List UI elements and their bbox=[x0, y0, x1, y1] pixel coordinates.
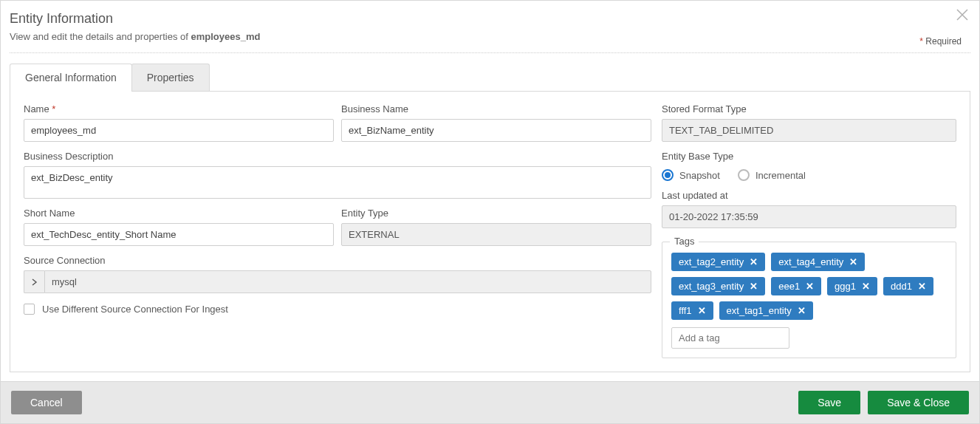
header-divider bbox=[10, 52, 970, 53]
dialog-title: Entity Information bbox=[10, 11, 967, 27]
radio-snapshot[interactable]: Snapshot bbox=[662, 169, 720, 181]
tag-label: ggg1 bbox=[835, 281, 856, 292]
right-column: Stored Format Type TEXT_TAB_DELIMITED En… bbox=[662, 103, 956, 358]
business-description-input[interactable] bbox=[24, 166, 651, 199]
close-icon[interactable] bbox=[956, 8, 969, 24]
tag-remove-icon[interactable]: ✕ bbox=[698, 305, 706, 316]
required-indicator: * Required bbox=[919, 36, 962, 47]
radio-icon bbox=[738, 169, 750, 181]
left-middle-columns: Name * Business Name Business Descriptio… bbox=[24, 103, 651, 358]
tag-chip: ext_tag4_entity✕ bbox=[771, 253, 865, 271]
entity-type-value: EXTERNAL bbox=[341, 223, 651, 246]
tag-label: ext_tag2_entity bbox=[679, 256, 744, 267]
add-tag-input[interactable] bbox=[671, 327, 789, 349]
tag-remove-icon[interactable]: ✕ bbox=[750, 256, 758, 267]
dialog-header: Entity Information View and edit the det… bbox=[1, 1, 979, 49]
use-different-source-checkbox-row[interactable]: Use Different Source Connection For Inge… bbox=[24, 304, 651, 315]
tag-label: ddd1 bbox=[891, 281, 912, 292]
stored-format-type-value: TEXT_TAB_DELIMITED bbox=[662, 119, 956, 142]
tag-remove-icon[interactable]: ✕ bbox=[918, 281, 926, 292]
tag-remove-icon[interactable]: ✕ bbox=[849, 256, 857, 267]
use-different-source-label: Use Different Source Connection For Inge… bbox=[42, 304, 228, 315]
general-info-panel: Name * Business Name Business Descriptio… bbox=[10, 91, 970, 372]
radio-incremental[interactable]: Incremental bbox=[738, 169, 806, 181]
name-input[interactable] bbox=[24, 119, 334, 142]
dialog-subtitle: View and edit the details and properties… bbox=[10, 31, 967, 42]
business-description-label: Business Description bbox=[24, 151, 651, 162]
tag-chip: ext_tag3_entity✕ bbox=[671, 277, 765, 295]
tag-chip: ddd1✕ bbox=[883, 277, 933, 295]
tag-chip: eee1✕ bbox=[771, 277, 821, 295]
entity-information-dialog: Entity Information View and edit the det… bbox=[0, 0, 980, 424]
tag-remove-icon[interactable]: ✕ bbox=[862, 281, 870, 292]
tags-legend: Tags bbox=[670, 236, 699, 247]
tag-label: ext_tag3_entity bbox=[679, 281, 744, 292]
tag-label: fff1 bbox=[679, 305, 692, 316]
entity-base-type-label: Entity Base Type bbox=[662, 151, 956, 162]
tags-fieldset: Tags ext_tag2_entity✕ext_tag4_entity✕ext… bbox=[662, 242, 956, 358]
save-button[interactable]: Save bbox=[798, 391, 860, 414]
tag-label: ext_tag4_entity bbox=[778, 256, 843, 267]
source-connection-field: mysql bbox=[24, 270, 651, 293]
tag-list: ext_tag2_entity✕ext_tag4_entity✕ext_tag3… bbox=[671, 253, 947, 320]
tabs: General Information Properties bbox=[10, 64, 970, 91]
tag-label: ext_tag1_entity bbox=[727, 305, 792, 316]
tag-chip: fff1✕ bbox=[671, 301, 713, 320]
stored-format-type-label: Stored Format Type bbox=[662, 103, 956, 114]
dialog-footer: Cancel Save Save & Close bbox=[1, 381, 979, 423]
checkbox-icon[interactable] bbox=[24, 304, 35, 315]
last-updated-label: Last updated at bbox=[662, 190, 956, 201]
source-connection-label: Source Connection bbox=[24, 255, 651, 266]
save-and-close-button[interactable]: Save & Close bbox=[868, 391, 969, 414]
tag-remove-icon[interactable]: ✕ bbox=[798, 305, 806, 316]
tab-properties[interactable]: Properties bbox=[131, 64, 210, 91]
tag-remove-icon[interactable]: ✕ bbox=[806, 281, 814, 292]
radio-icon bbox=[662, 169, 674, 181]
business-name-input[interactable] bbox=[341, 119, 651, 142]
last-updated-value: 01-20-2022 17:35:59 bbox=[662, 205, 956, 228]
short-name-label: Short Name bbox=[24, 208, 334, 219]
tag-chip: ggg1✕ bbox=[827, 277, 877, 295]
name-label: Name * bbox=[24, 103, 334, 114]
tag-chip: ext_tag1_entity✕ bbox=[719, 301, 813, 320]
tag-chip: ext_tag2_entity✕ bbox=[671, 253, 765, 271]
business-name-label: Business Name bbox=[341, 103, 651, 114]
short-name-input[interactable] bbox=[24, 223, 334, 246]
cancel-button[interactable]: Cancel bbox=[11, 391, 82, 414]
source-connection-value: mysql bbox=[44, 270, 651, 293]
tag-label: eee1 bbox=[778, 281, 800, 292]
tag-remove-icon[interactable]: ✕ bbox=[750, 281, 758, 292]
entity-type-label: Entity Type bbox=[341, 208, 651, 219]
tab-general-information[interactable]: General Information bbox=[10, 64, 132, 91]
chevron-right-icon bbox=[32, 278, 38, 286]
content-area: General Information Properties Name * Bu… bbox=[1, 64, 979, 381]
source-connection-expand-button[interactable] bbox=[24, 270, 44, 293]
